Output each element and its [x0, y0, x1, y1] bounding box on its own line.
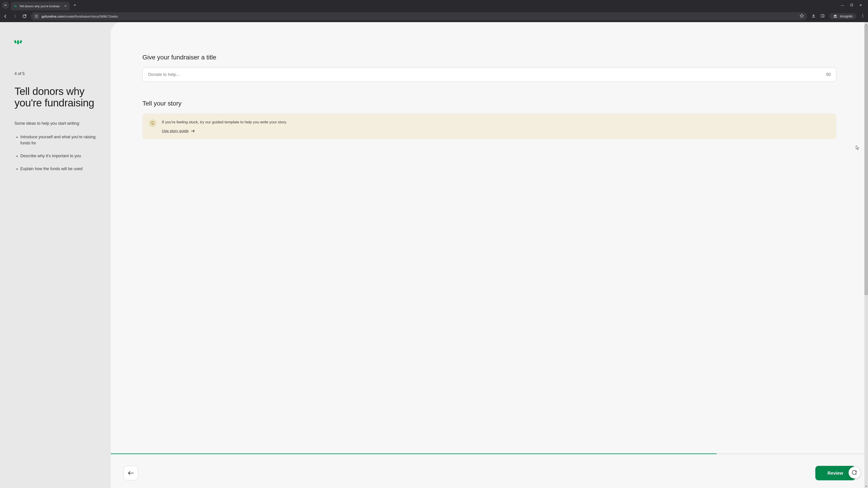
page-heading: Tell donors why you're fundraising — [14, 86, 96, 108]
svg-point-8 — [862, 14, 863, 15]
minimize-button[interactable]: — — [841, 3, 844, 7]
list-item: Describe why it's important to you — [20, 153, 96, 159]
browser-chrome: Tell donors why you're fundrais × + — ✕ — [0, 0, 868, 22]
forward-nav-button[interactable] — [13, 14, 17, 19]
tune-icon — [35, 15, 38, 18]
arrow-left-icon — [3, 14, 8, 19]
svg-point-10 — [862, 17, 863, 18]
progress-bar — [111, 453, 868, 454]
address-bar[interactable]: gofundme.com/create/fundraiser/story/389… — [31, 12, 807, 20]
incognito-icon — [833, 14, 837, 18]
bookmark-button[interactable] — [800, 13, 804, 19]
bottom-nav: Review — [123, 466, 855, 480]
kebab-icon — [861, 14, 865, 18]
hint-link-label: Use story guide — [162, 129, 188, 133]
page-content: 4 of 5 Tell donors why you're fundraisin… — [0, 22, 868, 488]
story-field-label: Tell your story — [143, 100, 836, 107]
new-tab-button[interactable]: + — [71, 2, 79, 9]
char-counter: 50 — [826, 72, 831, 77]
story-guide-link[interactable]: Use story guide — [162, 129, 195, 133]
hint-text: If you're feeling stuck, try our guided … — [162, 119, 287, 125]
scroll-down-arrow-icon[interactable]: ▼ — [864, 484, 868, 488]
svg-point-6 — [836, 17, 837, 18]
browser-toolbar: gofundme.com/create/fundraiser/story/389… — [0, 10, 868, 22]
panel-icon — [820, 13, 825, 18]
chat-icon — [851, 470, 857, 476]
maximize-button[interactable] — [850, 3, 853, 7]
browser-tab[interactable]: Tell donors why you're fundrais × — [11, 2, 70, 10]
tab-title: Tell donors why you're fundrais — [20, 4, 62, 8]
title-input[interactable] — [148, 72, 826, 77]
chat-fab[interactable] — [848, 467, 860, 479]
back-nav-button[interactable] — [3, 14, 8, 19]
arrow-right-icon — [13, 14, 17, 19]
reload-icon — [22, 14, 27, 19]
svg-point-5 — [834, 17, 835, 18]
favicon-icon — [13, 4, 17, 8]
lightbulb-icon — [149, 119, 156, 127]
brand-logo-icon — [14, 40, 96, 44]
svg-point-2 — [36, 17, 37, 17]
title-input-container: 50 — [143, 67, 836, 82]
intro-text: Some ideas to help you start writing: — [14, 121, 96, 126]
list-item: Introduce yourself and what you're raisi… — [20, 134, 96, 146]
chevron-down-icon — [4, 4, 7, 6]
reload-button[interactable] — [22, 14, 27, 19]
story-hint-box: If you're feeling stuck, try our guided … — [143, 113, 836, 139]
star-icon — [800, 13, 804, 18]
arrow-left-icon — [127, 471, 134, 475]
scrollbar-thumb[interactable] — [864, 25, 868, 295]
side-panel-button[interactable] — [820, 13, 825, 19]
tab-search-dropdown[interactable] — [2, 2, 9, 9]
incognito-indicator[interactable]: Incognito — [829, 13, 856, 20]
left-panel: 4 of 5 Tell donors why you're fundraisin… — [0, 22, 111, 488]
browser-menu-button[interactable] — [861, 14, 865, 19]
tab-strip: Tell donors why you're fundrais × + — ✕ — [0, 0, 868, 10]
window-controls: — ✕ — [841, 3, 866, 7]
arrow-right-icon — [191, 129, 195, 133]
close-window-button[interactable]: ✕ — [860, 3, 862, 7]
back-button[interactable] — [123, 466, 138, 480]
url-text: gofundme.com/create/fundraiser/story/389… — [41, 14, 797, 18]
vertical-scrollbar[interactable]: ▲ ▼ — [864, 22, 868, 488]
svg-point-1 — [35, 15, 36, 16]
download-icon — [811, 13, 816, 18]
svg-rect-3 — [821, 14, 824, 17]
title-field-label: Give your fundraiser a title — [143, 54, 836, 61]
list-item: Explain how the funds will be used — [20, 166, 96, 172]
maximize-icon — [850, 4, 853, 6]
tips-list: Introduce yourself and what you're raisi… — [14, 134, 96, 172]
svg-rect-0 — [851, 4, 853, 6]
site-info-button[interactable] — [34, 14, 39, 19]
step-counter: 4 of 5 — [14, 71, 96, 76]
downloads-button[interactable] — [811, 13, 816, 19]
progress-fill — [111, 453, 717, 454]
svg-point-12 — [856, 471, 857, 472]
svg-point-9 — [862, 15, 863, 16]
incognito-label: Incognito — [840, 14, 852, 18]
tab-close-button[interactable]: × — [64, 4, 67, 8]
right-panel: Give your fundraiser a title 50 Tell you… — [111, 22, 868, 488]
